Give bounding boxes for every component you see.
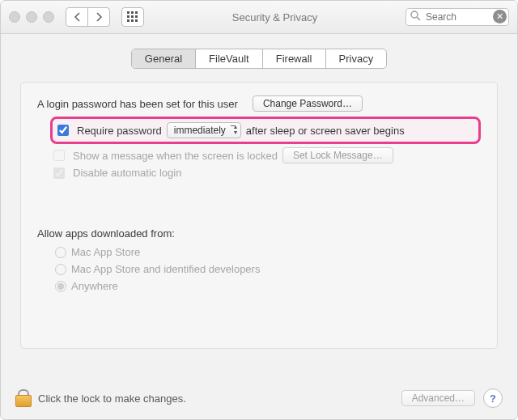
require-password-label: Require password [77,125,162,137]
select-arrows-icon: ▴▾ [234,124,237,135]
change-password-button[interactable]: Change Password… [253,95,363,112]
tabs: General FileVault Firewall Privacy [131,49,387,69]
login-password-row: A login password has been set for this u… [37,95,481,112]
chevron-left-icon [74,12,81,22]
footer: Click the lock to make changes. Advanced… [1,380,517,419]
radio-anywhere [55,281,66,292]
close-icon[interactable] [9,11,20,23]
window-title: Security & Privacy [151,11,399,23]
gatekeeper-section: Allow apps downloaded from: Mac App Stor… [37,227,481,292]
disable-auto-login-checkbox [53,168,65,179]
svg-rect-4 [131,15,134,18]
gatekeeper-opt-identified: Mac App Store and identified developers [55,263,481,275]
gatekeeper-opt-anywhere: Anywhere [55,280,481,292]
show-message-row: Show a message when the screen is locked… [53,147,481,163]
prefs-window: Security & Privacy ✕ General FileVault F… [0,0,518,420]
general-pane: A login password has been set for this u… [20,82,498,349]
chevron-right-icon [96,12,103,22]
gatekeeper-heading: Allow apps downloaded from: [37,227,481,240]
svg-rect-0 [127,11,130,14]
show-message-label: Show a message when the screen is locked [73,150,278,162]
disable-auto-login-label: Disable automatic login [73,167,181,179]
require-password-delay-select[interactable]: immediately ▴▾ [167,122,241,138]
radio-identified-label: Mac App Store and identified developers [71,263,260,275]
radio-appstore [55,247,66,258]
radio-anywhere-label: Anywhere [71,280,118,292]
grid-icon [127,11,138,23]
show-all-button[interactable] [121,7,144,27]
svg-rect-3 [127,15,130,18]
require-password-checkbox[interactable] [57,125,69,136]
titlebar: Security & Privacy ✕ [1,1,517,34]
svg-rect-5 [135,15,138,18]
help-button[interactable]: ? [483,388,503,408]
advanced-button[interactable]: Advanced… [401,390,475,406]
svg-rect-2 [135,11,138,14]
lock-icon[interactable] [15,389,30,407]
svg-rect-1 [131,11,134,14]
search-wrap: ✕ [405,8,509,26]
zoom-icon[interactable] [43,11,54,23]
svg-rect-8 [135,19,138,22]
clear-search-icon[interactable]: ✕ [493,10,507,23]
tab-strip: General FileVault Firewall Privacy [1,49,517,69]
nav-segment [66,7,110,27]
svg-line-10 [417,17,420,20]
require-password-row: Require password immediately ▴▾ after sl… [50,117,481,144]
tab-general[interactable]: General [132,49,195,68]
lock-text: Click the lock to make changes. [38,392,393,405]
show-message-checkbox [53,150,65,161]
set-lock-message-button: Set Lock Message… [282,147,393,163]
forward-button[interactable] [87,8,109,26]
disable-auto-login-row: Disable automatic login [53,167,481,179]
svg-rect-6 [127,19,130,22]
gatekeeper-options: Mac App Store Mac App Store and identifi… [55,246,481,292]
window-controls [9,11,54,23]
require-password-delay-value: immediately [174,125,226,136]
tab-firewall[interactable]: Firewall [262,49,325,68]
minimize-icon[interactable] [26,11,37,23]
radio-identified [55,264,66,275]
svg-point-9 [411,11,418,18]
require-password-suffix: after sleep or screen saver begins [246,125,405,137]
radio-appstore-label: Mac App Store [71,246,140,258]
tab-filevault[interactable]: FileVault [195,49,262,68]
gatekeeper-opt-appstore: Mac App Store [55,246,481,258]
login-password-text: A login password has been set for this u… [37,98,238,110]
svg-rect-7 [131,19,134,22]
tab-privacy[interactable]: Privacy [325,49,387,68]
back-button[interactable] [66,8,87,26]
search-icon [410,11,421,23]
